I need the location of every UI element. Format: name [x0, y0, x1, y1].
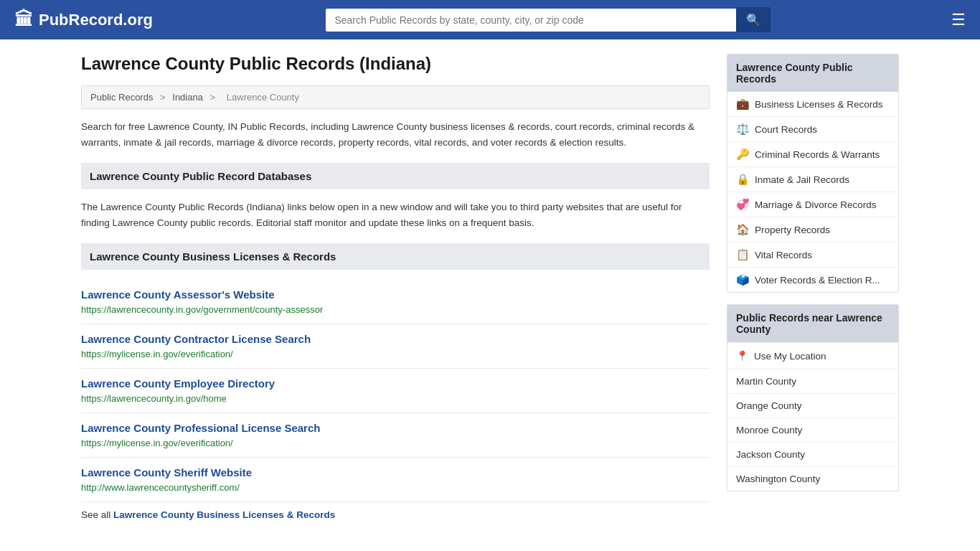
location-icon: 📍: [736, 350, 748, 362]
sidebar-nearby-title: Public Records near Lawrence County: [727, 305, 898, 342]
breadcrumb-link-public-records[interactable]: Public Records: [90, 92, 153, 103]
content-area: Lawrence County Public Records (Indiana)…: [81, 54, 710, 527]
record-item-2: Lawrence County Employee Directory https…: [81, 368, 710, 413]
record-link-3[interactable]: Lawrence County Professional License Sea…: [81, 422, 710, 434]
record-item-3: Lawrence County Professional License Sea…: [81, 413, 710, 457]
sidebar-item-vital[interactable]: 📋 Vital Records: [727, 242, 898, 267]
business-section-header: Lawrence County Business Licenses & Reco…: [81, 243, 710, 270]
sidebar-box-nearby: Public Records near Lawrence County 📍 Us…: [727, 304, 899, 491]
sidebar-label-marriage: Marriage & Divorce Records: [755, 199, 877, 210]
sidebar-label-voter: Voter Records & Election R...: [755, 275, 880, 286]
menu-icon[interactable]: ☰: [951, 11, 966, 29]
sidebar-item-property[interactable]: 🏠 Property Records: [727, 217, 898, 242]
sidebar-item-voter[interactable]: 🗳️ Voter Records & Election R...: [727, 267, 898, 292]
record-link-4[interactable]: Lawrence County Sheriff Website: [81, 466, 710, 479]
record-url-2[interactable]: https://lawrencecounty.in.gov/home: [81, 393, 227, 404]
voter-icon: 🗳️: [736, 273, 749, 286]
sidebar-item-court[interactable]: ⚖️ Court Records: [727, 116, 898, 141]
site-logo[interactable]: 🏛 PubRecord.org: [14, 9, 153, 31]
site-header: 🏛 PubRecord.org 🔍 ☰: [0, 0, 980, 39]
search-button[interactable]: 🔍: [736, 7, 771, 32]
record-link-0[interactable]: Lawrence County Assessor's Website: [81, 288, 710, 301]
use-location-label: Use My Location: [754, 351, 826, 362]
sidebar-label-property: Property Records: [755, 225, 830, 235]
sidebar-item-inmate[interactable]: 🔒 Inmate & Jail Records: [727, 166, 898, 192]
record-item-4: Lawrence County Sheriff Website http://w…: [81, 457, 710, 501]
use-location-button[interactable]: 📍 Use My Location: [727, 342, 898, 369]
record-url-0[interactable]: https://lawrencecounty.in.gov/government…: [81, 304, 323, 315]
sidebar-label-business: Business Licenses & Records: [755, 99, 883, 110]
nearby-county-2[interactable]: Monroe County: [727, 418, 898, 442]
record-url-1[interactable]: https://mylicense.in.gov/everification/: [81, 349, 233, 359]
record-link-2[interactable]: Lawrence County Employee Directory: [81, 377, 710, 390]
record-item-0: Lawrence County Assessor's Website https…: [81, 280, 710, 324]
record-item-1: Lawrence County Contractor License Searc…: [81, 324, 710, 368]
page-description: Search for free Lawrence County, IN Publ…: [81, 119, 710, 150]
record-link-1[interactable]: Lawrence County Contractor License Searc…: [81, 333, 710, 345]
nearby-county-1[interactable]: Orange County: [727, 393, 898, 418]
main-container: Lawrence County Public Records (Indiana)…: [67, 39, 913, 542]
court-icon: ⚖️: [736, 123, 749, 136]
db-section-header: Lawrence County Public Record Databases: [81, 163, 710, 189]
nearby-county-3[interactable]: Jackson County: [727, 442, 898, 466]
sidebar-box-records-title: Lawrence County Public Records: [727, 55, 898, 92]
sidebar-label-court: Court Records: [755, 124, 817, 135]
logo-icon: 🏛: [14, 9, 33, 31]
see-all-section: See all Lawrence County Business License…: [81, 501, 710, 527]
see-all-link[interactable]: Lawrence County Business Licenses & Reco…: [113, 509, 335, 520]
records-list: Lawrence County Assessor's Website https…: [81, 280, 710, 501]
sidebar-item-business[interactable]: 💼 Business Licenses & Records: [727, 92, 898, 116]
sidebar-item-marriage[interactable]: 💞 Marriage & Divorce Records: [727, 192, 898, 217]
sidebar: Lawrence County Public Records 💼 Busines…: [727, 54, 899, 527]
breadcrumb-separator-2: >: [210, 92, 218, 103]
property-icon: 🏠: [736, 223, 749, 236]
sidebar-label-inmate: Inmate & Jail Records: [755, 174, 849, 185]
page-title: Lawrence County Public Records (Indiana): [81, 54, 710, 74]
sidebar-label-vital: Vital Records: [755, 250, 812, 260]
nearby-county-4[interactable]: Washington County: [727, 466, 898, 491]
breadcrumb-current: Lawrence County: [227, 92, 299, 103]
sidebar-box-records: Lawrence County Public Records 💼 Busines…: [727, 54, 899, 293]
vital-icon: 📋: [736, 248, 749, 261]
inmate-icon: 🔒: [736, 173, 749, 186]
record-url-3[interactable]: https://mylicense.in.gov/everification/: [81, 438, 233, 448]
sidebar-item-criminal[interactable]: 🔑 Criminal Records & Warrants: [727, 141, 898, 166]
sidebar-label-criminal: Criminal Records & Warrants: [755, 149, 880, 160]
criminal-icon: 🔑: [736, 148, 749, 161]
business-icon: 💼: [736, 98, 749, 110]
record-url-4[interactable]: http://www.lawrencecountysheriff.com/: [81, 482, 240, 493]
breadcrumb-link-indiana[interactable]: Indiana: [172, 92, 203, 103]
search-area: 🔍: [326, 7, 771, 32]
breadcrumb-separator-1: >: [160, 92, 168, 103]
marriage-icon: 💞: [736, 198, 749, 211]
logo-text: PubRecord.org: [39, 11, 153, 29]
search-icon: 🔍: [746, 14, 760, 26]
nearby-county-0[interactable]: Martin County: [727, 369, 898, 393]
db-description: The Lawrence County Public Records (Indi…: [81, 199, 710, 230]
see-all-text: See all: [81, 509, 110, 520]
breadcrumb: Public Records > Indiana > Lawrence Coun…: [81, 85, 710, 109]
search-input[interactable]: [326, 9, 736, 32]
